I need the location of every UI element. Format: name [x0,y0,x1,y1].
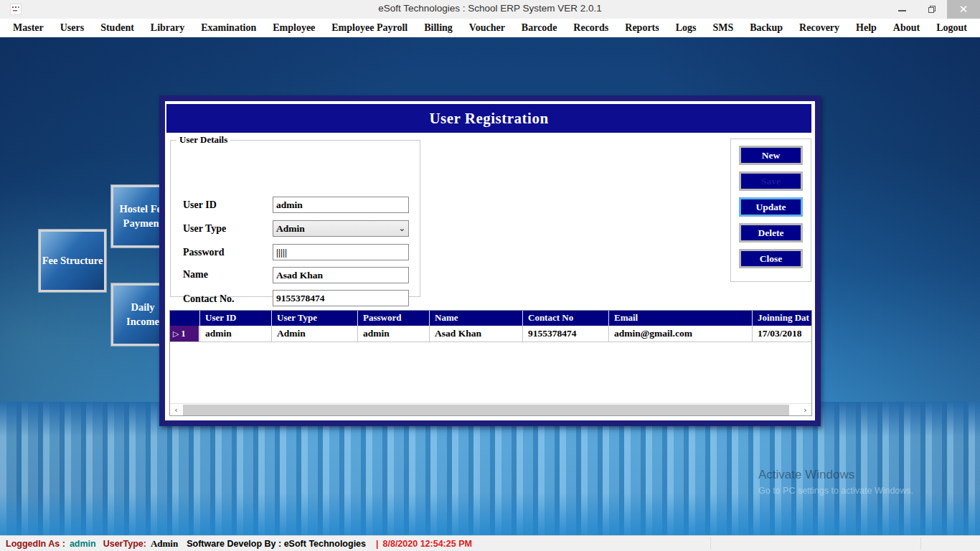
name-label: Name [183,269,208,281]
status-datetime: 8/8/2020 12:54:25 PM [383,539,472,549]
grid-header-contact-no[interactable]: Contact No [522,311,608,326]
name-input[interactable] [273,267,409,283]
contact-no-label: Contact No. [183,293,235,305]
grid-empty-area [170,342,811,403]
dialog-header: User Registration [166,104,811,133]
menu-billing[interactable]: Billing [424,22,453,34]
usertype-value: Admin [151,538,178,550]
menu-voucher[interactable]: Voucher [469,22,505,34]
menu-examination[interactable]: Examination [201,22,256,34]
row-pointer-icon: ▷ [173,329,179,339]
table-row[interactable]: ▷ 1 admin Admin admin Asad Khan 91553784… [170,326,811,342]
grid-header-user-id[interactable]: User ID [199,311,271,326]
cell-user-type: Admin [271,326,357,342]
restore-icon[interactable] [917,0,947,19]
delete-button[interactable]: Delete [739,223,803,242]
users-grid: User ID User Type Password Name Contact … [169,310,812,416]
horizontal-scrollbar[interactable]: ‹ › [170,403,811,415]
grid-header-password[interactable]: Password [357,311,429,326]
scrollbar-track[interactable] [182,404,799,415]
contact-no-input[interactable] [273,290,409,306]
menu-reports[interactable]: Reports [625,22,659,34]
menu-student[interactable]: Student [100,22,134,34]
close-icon[interactable]: ✕ [947,0,980,19]
groupbox-legend: User Details [176,134,230,146]
menu-employee-payroll[interactable]: Employee Payroll [331,22,407,34]
loggedin-value: admin [70,539,96,549]
loggedin-label: LoggedIn As : [6,539,65,549]
user-type-value: Admin [276,223,305,235]
menu-logout[interactable]: Logout [936,22,967,34]
actions-groupbox: New Save Update Delete Close [730,138,811,282]
grid-header-name[interactable]: Name [429,311,522,326]
menu-master[interactable]: Master [13,22,44,34]
menu-logs[interactable]: Logs [676,22,697,34]
chevron-down-icon: ⌄ [399,224,405,233]
user-type-select[interactable]: Admin ⌄ [273,220,409,237]
row-number: 1 [181,329,185,339]
password-label: Password [183,247,225,258]
menu-records[interactable]: Records [573,22,608,34]
status-bar: LoggedIn As : admin UserType: Admin Soft… [0,535,980,551]
usertype-label: UserType: [103,539,146,549]
grid-header-joining-date[interactable]: Joinning Dat [752,311,811,326]
save-button[interactable]: Save [739,171,803,191]
cell-joining-date: 17/03/2018 [752,326,811,342]
grid-header-selector [170,311,199,326]
cell-password: admin [357,326,429,342]
scroll-left-icon[interactable]: ‹ [170,404,182,415]
grid-header-row: User ID User Type Password Name Contact … [170,311,811,326]
menu-recovery[interactable]: Recovery [799,22,839,34]
cell-contact-no: 9155378474 [522,326,608,342]
update-button[interactable]: Update [739,197,803,217]
menu-users[interactable]: Users [60,22,84,34]
menu-help[interactable]: Help [856,22,877,34]
password-input[interactable] [273,244,409,260]
scrollbar-thumb[interactable] [183,405,789,415]
minimize-icon[interactable] [887,0,917,19]
desktop-background: Activate Windows Go to PC settings to ac… [0,37,980,535]
window-title: eSoft Technologies : School ERP System V… [0,3,980,14]
close-button[interactable]: Close [739,249,803,268]
statusbar-separator-1 [710,537,711,550]
dialog-title: User Registration [429,110,548,128]
row-selector-cell[interactable]: ▷ 1 [170,326,199,342]
menu-library[interactable]: Library [151,22,184,34]
menu-about[interactable]: About [893,22,920,34]
status-pipe: | [376,539,379,549]
menu-employee[interactable]: Employee [273,22,315,34]
developer-credit: Software Develop By : eSoft Technologies [187,539,366,549]
cell-name: Asad Khan [429,326,522,342]
menu-backup[interactable]: Backup [750,22,783,34]
menu-barcode[interactable]: Barcode [522,22,557,34]
user-registration-dialog: User Registration User Details User ID U… [159,95,821,426]
cell-email: admin@gmail.com [608,326,752,342]
tile-fee-structure[interactable]: Fee Structure [39,230,106,292]
cell-user-id: admin [199,326,271,342]
title-bar: eSoft Technologies : School ERP System V… [0,0,980,19]
user-type-label: User Type [183,223,226,235]
menu-bar: Master Users Student Library Examination… [0,19,980,37]
scroll-right-icon[interactable]: › [799,404,811,415]
user-id-input[interactable] [273,197,409,213]
grid-header-email[interactable]: Email [608,311,752,326]
menu-sms[interactable]: SMS [712,22,733,34]
new-button[interactable]: New [739,146,803,165]
grid-header-user-type[interactable]: User Type [271,311,357,326]
user-details-groupbox: User Details User ID User Type Password … [170,140,420,297]
app-window: eSoft Technologies : School ERP System V… [0,0,980,551]
statusbar-separator-2 [920,537,921,550]
user-id-label: User ID [183,199,217,211]
